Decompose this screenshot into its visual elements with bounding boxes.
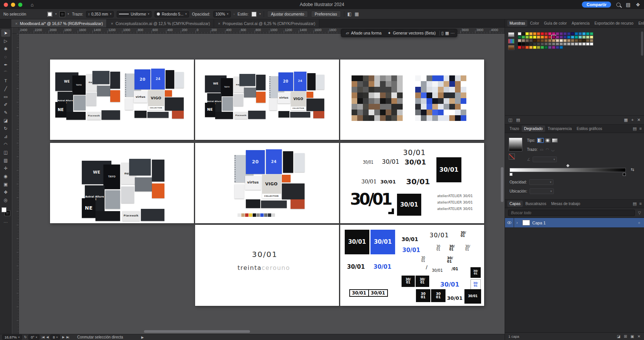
swatch[interactable] xyxy=(537,46,540,49)
swatch[interactable] xyxy=(522,39,525,42)
close-tab-icon[interactable]: × xyxy=(15,21,17,26)
swatch[interactable] xyxy=(518,39,521,42)
swatch[interactable] xyxy=(560,36,563,39)
swatch[interactable] xyxy=(586,36,589,39)
moodboard-photo[interactable] xyxy=(92,71,109,84)
artwork-text[interactable]: 30/01 xyxy=(374,264,391,269)
stroke-weight-dropdown-icon[interactable]: ▾ xyxy=(110,13,111,16)
stroke-weight-field[interactable]: ▴▾ 0,353 mm ▾ xyxy=(86,11,114,17)
swatch[interactable] xyxy=(560,39,563,42)
moodboard-photo[interactable]: COLLECTION xyxy=(291,107,306,110)
swatches-scrollbar-thumb[interactable] xyxy=(641,31,643,56)
swatch[interactable] xyxy=(518,32,521,35)
expand-chevron-icon[interactable]: › xyxy=(514,221,520,225)
brush-select[interactable]: Redondo 5... ▾ xyxy=(155,11,189,17)
blend-tool[interactable]: ◉ xyxy=(1,172,10,180)
moodboard-photo[interactable] xyxy=(246,199,260,208)
moodboard-photo[interactable]: 20 xyxy=(278,72,293,91)
play-icon[interactable]: ▶ xyxy=(141,335,144,339)
artwork-text[interactable]: /01 xyxy=(452,267,458,271)
moodboard-photo[interactable] xyxy=(244,88,256,98)
fill-proxy-icon[interactable] xyxy=(2,207,6,212)
logo-tile[interactable]: 30/01 xyxy=(464,289,481,304)
swatch[interactable] xyxy=(556,32,559,35)
swatch[interactable] xyxy=(586,39,589,42)
scale-tool[interactable]: ⊿ xyxy=(1,133,10,140)
rotation-select[interactable]: 0° ▾ xyxy=(28,335,39,340)
moodboard-cluster[interactable]: 2024virtusVIGOCOLLECTION xyxy=(269,71,325,120)
list-view-icon[interactable]: ▤ xyxy=(633,126,636,131)
swatch[interactable] xyxy=(541,42,544,45)
moodboard-photo[interactable]: 24 xyxy=(266,149,282,174)
artboard[interactable]: WETAYOnuxoAstral Allure A2NEPiacewalk xyxy=(50,143,194,223)
panel-tab-muestras[interactable]: Muestras xyxy=(507,20,527,27)
moodboard-photo[interactable]: TAYO xyxy=(72,75,86,95)
hand-tool[interactable]: ✥ xyxy=(1,188,10,196)
close-tab-icon[interactable]: × xyxy=(111,21,113,26)
swatch[interactable] xyxy=(590,39,593,42)
close-window-button[interactable] xyxy=(4,3,8,7)
moodboard-photo[interactable] xyxy=(165,90,172,97)
swatch[interactable] xyxy=(582,39,586,42)
moodboard-photo[interactable]: virtus xyxy=(134,91,147,103)
artwork-text[interactable]: 30/01 xyxy=(406,178,430,185)
moodboard-photo[interactable] xyxy=(110,90,120,102)
swatch[interactable] xyxy=(525,39,529,42)
artwork-text[interactable]: atelierATELIER 30/01 xyxy=(437,201,473,204)
swatch[interactable] xyxy=(518,36,521,39)
artboard-dropdown-icon[interactable]: ▾ xyxy=(56,336,58,339)
moodboard-photo[interactable] xyxy=(291,199,305,209)
libraries-icon[interactable]: ◫ xyxy=(508,118,512,122)
moodboard-cluster[interactable]: WETAYOnuxoAstral Allure A2NEPiacewalk xyxy=(205,72,266,119)
style-swatch[interactable] xyxy=(252,12,256,17)
horizontal-scrollbar-thumb[interactable] xyxy=(144,330,250,333)
moodboard-photo[interactable]: VIGO xyxy=(148,90,164,106)
freeform-gradient-icon[interactable] xyxy=(552,138,558,143)
moodboard-cluster[interactable]: 2024virtusVIGOCOLLECTION xyxy=(125,68,185,121)
swatch[interactable] xyxy=(552,32,555,35)
next-artboard-button[interactable]: ▶ xyxy=(62,335,64,339)
artwork-text[interactable]: 30/01 xyxy=(402,248,420,253)
logo-tile[interactable]: 30/ 01 xyxy=(470,267,481,278)
panel-tab-apariencia[interactable]: Apariencia xyxy=(569,20,592,27)
document-tab[interactable]: ×Propuestas Carol.ai @ 6,25 % (CMYK/Prev… xyxy=(214,19,319,27)
paintbrush-tool[interactable]: ✐ xyxy=(1,101,10,108)
swatch[interactable] xyxy=(552,39,555,42)
artwork-text[interactable]: 30/01 xyxy=(380,180,396,184)
gradient-opacity-select[interactable]: ▾ xyxy=(529,179,553,185)
swatch[interactable] xyxy=(529,39,533,42)
moodboard-photo[interactable] xyxy=(166,70,174,88)
swatch[interactable] xyxy=(541,32,544,35)
radial-gradient-icon[interactable] xyxy=(545,138,550,143)
pencil-tool[interactable]: ✎ xyxy=(1,109,10,116)
moodboard-photo[interactable] xyxy=(306,99,324,111)
rectangle-tool[interactable]: ▭ xyxy=(1,93,10,100)
fill-swatch[interactable] xyxy=(47,12,52,17)
horizontal-scrollbar[interactable] xyxy=(19,330,500,334)
close-tab-icon[interactable]: × xyxy=(218,21,220,26)
opacity-field[interactable]: 100% ▾ xyxy=(213,11,231,17)
moodboard-photo[interactable] xyxy=(121,186,134,203)
moodboard-cluster[interactable]: 2024virtusVIGOCOLLECTION xyxy=(234,148,306,211)
direct-selection-tool[interactable]: ▷ xyxy=(1,37,10,45)
list-view-icon[interactable]: ▤ xyxy=(633,201,636,206)
moodboard-photo[interactable] xyxy=(316,75,324,89)
moodboard-photo[interactable]: virtus xyxy=(278,92,290,103)
moodboard-photo[interactable] xyxy=(283,151,294,173)
swatch[interactable] xyxy=(578,36,582,39)
vertical-scrollbar[interactable] xyxy=(501,34,504,330)
moodboard-photo[interactable] xyxy=(306,92,313,98)
moodboard-photo[interactable] xyxy=(97,86,110,97)
width-tool[interactable]: ◠ xyxy=(1,141,10,148)
gradient-midpoint[interactable] xyxy=(566,164,569,167)
gradient-stroke-thumb[interactable] xyxy=(509,154,515,160)
reverse-gradient-icon[interactable]: ⇆ xyxy=(631,167,634,172)
selection-tool[interactable]: ➤ xyxy=(1,29,10,37)
artboard[interactable]: 30/0130/0130/0130/0130/ 0130/0130 0130/ … xyxy=(340,225,484,306)
logo-tile[interactable]: 30 01 xyxy=(431,289,445,302)
delete-swatch-icon[interactable]: ✕ xyxy=(637,118,641,122)
style-dropdown-icon[interactable]: ▾ xyxy=(259,13,261,16)
swatch[interactable] xyxy=(563,42,567,45)
panel-tab-color[interactable]: Color xyxy=(528,20,541,27)
vertical-scrollbar-thumb[interactable] xyxy=(501,167,503,202)
